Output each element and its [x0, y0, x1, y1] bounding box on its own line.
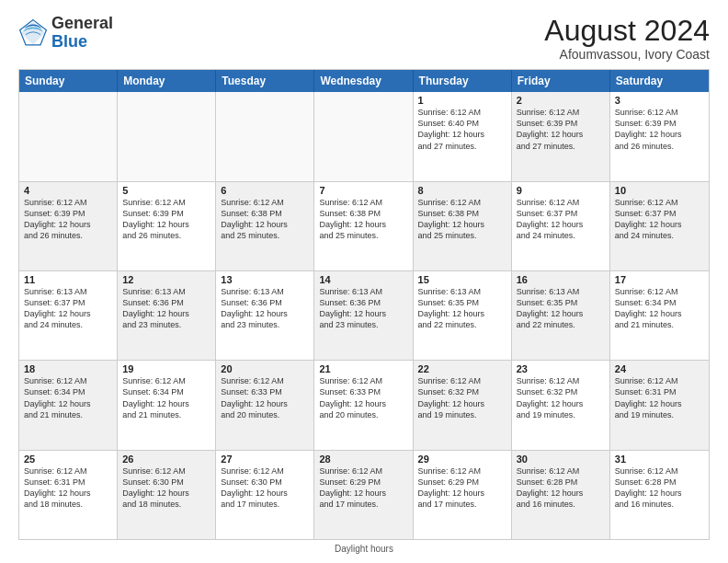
day-number: 12 [122, 274, 210, 285]
day-info: Sunrise: 6:12 AM Sunset: 6:39 PM Dayligh… [615, 107, 704, 152]
calendar-row-5: 25Sunrise: 6:12 AM Sunset: 6:31 PM Dayli… [19, 450, 709, 539]
day-number: 14 [319, 274, 407, 285]
calendar-header: SundayMondayTuesdayWednesdayThursdayFrid… [19, 70, 709, 92]
day-info: Sunrise: 6:13 AM Sunset: 6:35 PM Dayligh… [418, 286, 506, 331]
day-number: 28 [319, 454, 407, 465]
calendar-cell: 1Sunrise: 6:12 AM Sunset: 6:40 PM Daylig… [414, 92, 512, 180]
day-number: 26 [122, 454, 210, 465]
calendar-cell: 6Sunrise: 6:12 AM Sunset: 6:38 PM Daylig… [216, 182, 314, 270]
calendar-cell: 24Sunrise: 6:12 AM Sunset: 6:31 PM Dayli… [610, 361, 709, 449]
day-number: 15 [418, 274, 506, 285]
day-number: 20 [221, 363, 309, 374]
day-info: Sunrise: 6:12 AM Sunset: 6:39 PM Dayligh… [24, 197, 112, 242]
day-number: 4 [24, 185, 112, 196]
day-number: 23 [517, 363, 605, 374]
calendar-cell [314, 92, 413, 180]
day-info: Sunrise: 6:12 AM Sunset: 6:33 PM Dayligh… [319, 375, 407, 420]
day-number: 13 [221, 274, 309, 285]
day-number: 1 [418, 95, 506, 106]
day-number: 11 [24, 274, 112, 285]
footer-note: Daylight hours [18, 544, 710, 554]
calendar-cell: 13Sunrise: 6:13 AM Sunset: 6:36 PM Dayli… [216, 271, 314, 360]
calendar-cell: 27Sunrise: 6:12 AM Sunset: 6:30 PM Dayli… [216, 451, 314, 539]
day-number: 19 [122, 363, 210, 374]
day-number: 29 [418, 454, 506, 465]
day-info: Sunrise: 6:13 AM Sunset: 6:36 PM Dayligh… [221, 286, 309, 331]
calendar-cell: 30Sunrise: 6:12 AM Sunset: 6:28 PM Dayli… [512, 451, 610, 539]
day-info: Sunrise: 6:12 AM Sunset: 6:40 PM Dayligh… [418, 107, 506, 152]
day-number: 24 [615, 363, 704, 374]
main-title: August 2024 [544, 15, 710, 47]
calendar-row-2: 4Sunrise: 6:12 AM Sunset: 6:39 PM Daylig… [19, 181, 709, 270]
header-day-tuesday: Tuesday [216, 70, 314, 92]
day-info: Sunrise: 6:13 AM Sunset: 6:35 PM Dayligh… [517, 286, 605, 331]
logo-icon [18, 18, 48, 48]
logo-text: General Blue [51, 15, 113, 52]
calendar-cell: 17Sunrise: 6:12 AM Sunset: 6:34 PM Dayli… [610, 271, 709, 360]
header-day-monday: Monday [118, 70, 216, 92]
calendar-cell: 25Sunrise: 6:12 AM Sunset: 6:31 PM Dayli… [19, 451, 118, 539]
day-number: 16 [517, 274, 605, 285]
day-number: 8 [418, 185, 506, 196]
day-info: Sunrise: 6:12 AM Sunset: 6:39 PM Dayligh… [122, 197, 210, 242]
day-info: Sunrise: 6:13 AM Sunset: 6:36 PM Dayligh… [122, 286, 210, 331]
calendar-cell [19, 92, 118, 180]
header-day-wednesday: Wednesday [314, 70, 413, 92]
day-info: Sunrise: 6:12 AM Sunset: 6:28 PM Dayligh… [517, 465, 605, 511]
logo: General Blue [18, 15, 113, 52]
sub-title: Afoumvassou, Ivory Coast [544, 47, 710, 62]
day-info: Sunrise: 6:12 AM Sunset: 6:34 PM Dayligh… [615, 286, 704, 331]
calendar-cell: 31Sunrise: 6:12 AM Sunset: 6:28 PM Dayli… [610, 451, 709, 539]
calendar-cell: 8Sunrise: 6:12 AM Sunset: 6:38 PM Daylig… [414, 182, 512, 270]
calendar-cell: 29Sunrise: 6:12 AM Sunset: 6:29 PM Dayli… [414, 451, 512, 539]
day-info: Sunrise: 6:12 AM Sunset: 6:37 PM Dayligh… [517, 197, 605, 242]
day-info: Sunrise: 6:12 AM Sunset: 6:34 PM Dayligh… [122, 375, 210, 420]
day-number: 7 [319, 185, 407, 196]
header: General Blue August 2024 Afoumvassou, Iv… [18, 15, 710, 62]
day-number: 31 [615, 454, 704, 465]
day-number: 22 [418, 363, 506, 374]
day-info: Sunrise: 6:12 AM Sunset: 6:38 PM Dayligh… [418, 197, 506, 242]
day-info: Sunrise: 6:12 AM Sunset: 6:28 PM Dayligh… [615, 465, 704, 511]
calendar-cell [216, 92, 314, 180]
header-day-thursday: Thursday [414, 70, 512, 92]
page: General Blue August 2024 Afoumvassou, Iv… [0, 0, 728, 563]
day-number: 25 [24, 454, 112, 465]
calendar-cell: 20Sunrise: 6:12 AM Sunset: 6:33 PM Dayli… [216, 361, 314, 449]
logo-blue-text: Blue [51, 32, 87, 51]
day-info: Sunrise: 6:13 AM Sunset: 6:36 PM Dayligh… [319, 286, 407, 331]
calendar-cell: 14Sunrise: 6:13 AM Sunset: 6:36 PM Dayli… [314, 271, 413, 360]
calendar: SundayMondayTuesdayWednesdayThursdayFrid… [18, 69, 710, 540]
calendar-cell: 12Sunrise: 6:13 AM Sunset: 6:36 PM Dayli… [118, 271, 216, 360]
calendar-cell: 10Sunrise: 6:12 AM Sunset: 6:37 PM Dayli… [610, 182, 709, 270]
day-info: Sunrise: 6:12 AM Sunset: 6:34 PM Dayligh… [24, 375, 112, 420]
calendar-cell: 21Sunrise: 6:12 AM Sunset: 6:33 PM Dayli… [314, 361, 413, 449]
calendar-cell: 9Sunrise: 6:12 AM Sunset: 6:37 PM Daylig… [512, 182, 610, 270]
calendar-cell: 15Sunrise: 6:13 AM Sunset: 6:35 PM Dayli… [414, 271, 512, 360]
calendar-cell: 28Sunrise: 6:12 AM Sunset: 6:29 PM Dayli… [314, 451, 413, 539]
day-info: Sunrise: 6:12 AM Sunset: 6:32 PM Dayligh… [517, 375, 605, 420]
calendar-row-4: 18Sunrise: 6:12 AM Sunset: 6:34 PM Dayli… [19, 360, 709, 449]
day-number: 18 [24, 363, 112, 374]
header-day-saturday: Saturday [610, 70, 709, 92]
calendar-cell: 11Sunrise: 6:13 AM Sunset: 6:37 PM Dayli… [19, 271, 118, 360]
day-info: Sunrise: 6:12 AM Sunset: 6:30 PM Dayligh… [122, 465, 210, 511]
calendar-cell: 3Sunrise: 6:12 AM Sunset: 6:39 PM Daylig… [610, 92, 709, 180]
day-info: Sunrise: 6:12 AM Sunset: 6:30 PM Dayligh… [221, 465, 309, 511]
day-info: Sunrise: 6:12 AM Sunset: 6:38 PM Dayligh… [319, 197, 407, 242]
calendar-body: 1Sunrise: 6:12 AM Sunset: 6:40 PM Daylig… [19, 92, 709, 539]
calendar-cell: 7Sunrise: 6:12 AM Sunset: 6:38 PM Daylig… [314, 182, 413, 270]
day-number: 21 [319, 363, 407, 374]
calendar-cell: 16Sunrise: 6:13 AM Sunset: 6:35 PM Dayli… [512, 271, 610, 360]
day-info: Sunrise: 6:12 AM Sunset: 6:32 PM Dayligh… [418, 375, 506, 420]
calendar-cell: 26Sunrise: 6:12 AM Sunset: 6:30 PM Dayli… [118, 451, 216, 539]
day-info: Sunrise: 6:12 AM Sunset: 6:29 PM Dayligh… [418, 465, 506, 511]
calendar-cell: 2Sunrise: 6:12 AM Sunset: 6:39 PM Daylig… [512, 92, 610, 180]
calendar-cell: 23Sunrise: 6:12 AM Sunset: 6:32 PM Dayli… [512, 361, 610, 449]
day-info: Sunrise: 6:12 AM Sunset: 6:39 PM Dayligh… [517, 107, 605, 152]
logo-general: General [51, 14, 113, 32]
day-number: 9 [517, 185, 605, 196]
title-block: August 2024 Afoumvassou, Ivory Coast [544, 15, 710, 62]
day-number: 5 [122, 185, 210, 196]
day-number: 17 [615, 274, 704, 285]
